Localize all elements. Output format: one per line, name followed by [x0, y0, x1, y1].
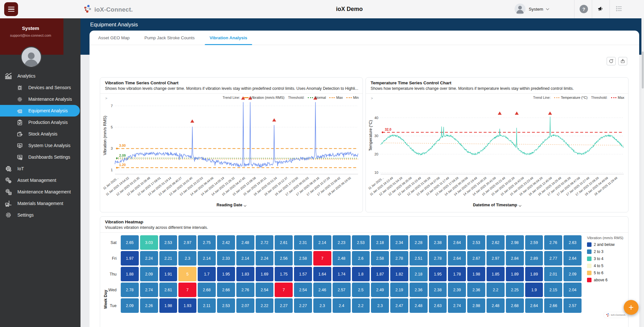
heatmap-legend-item-5-to-6[interactable]: 5 to 6	[587, 271, 632, 275]
help-button[interactable]: ?	[579, 5, 588, 14]
heatmap-cell[interactable]: 7	[313, 251, 331, 266]
heatmap-cell[interactable]: 2.64	[448, 251, 466, 266]
heatmap-cell[interactable]: 2.48	[410, 298, 428, 313]
heatmap-cell[interactable]: 2.63	[429, 298, 447, 313]
heatmap-cell[interactable]: 2.54	[256, 283, 274, 297]
scrollbar[interactable]	[641, 18, 644, 327]
heatmap-cell[interactable]: 2.26	[140, 298, 158, 313]
sidebar-item-stock-analysis[interactable]: Stock Analysis	[0, 128, 80, 140]
tab-vibration-analysis[interactable]: Vibration Analysis	[202, 31, 255, 45]
heatmap-cell[interactable]: 3.03	[140, 235, 158, 250]
heatmap-cell[interactable]: 2.24	[256, 251, 274, 266]
heatmap-cell[interactable]: 2.59	[525, 235, 543, 250]
heatmap-cell[interactable]: 2.34	[390, 235, 408, 250]
export-button[interactable]	[618, 57, 627, 65]
heatmap-cell[interactable]: 1.89	[525, 267, 543, 281]
heatmap-cell[interactable]: 1.75	[275, 267, 293, 281]
sidebar-item-dashboards-settings[interactable]: Dashboards Settings	[0, 151, 80, 163]
heatmap-cell[interactable]: 2.61	[275, 235, 293, 250]
heatmap-cell[interactable]: 2.15	[544, 283, 562, 297]
heatmap-cell[interactable]: 1.88	[121, 267, 139, 281]
heatmap-cell[interactable]: 2.76	[236, 283, 254, 297]
heatmap-cell[interactable]: 2.27	[275, 298, 293, 313]
heatmap-cell[interactable]: 2.97	[487, 251, 505, 266]
heatmap-cell[interactable]: 2.14	[236, 251, 254, 266]
heatmap-cell[interactable]: 2.84	[506, 251, 524, 266]
user-menu[interactable]: System	[515, 4, 549, 14]
heatmap-cell[interactable]: 2.46	[313, 283, 331, 297]
sidebar-item-equipment-analysis[interactable]: Equipment Analysis	[0, 105, 80, 117]
heatmap-legend-item-2-to-3[interactable]: 2 to 3	[587, 249, 632, 254]
heatmap-cell[interactable]: 1.95	[217, 267, 235, 281]
legend-item-max[interactable]: Max	[329, 96, 343, 99]
heatmap-cell[interactable]: 2.6	[352, 251, 370, 266]
heatmap-cell[interactable]: 1.89	[506, 267, 524, 281]
heatmap-cell[interactable]: 2.62	[487, 235, 505, 250]
sidebar-item-asset-management[interactable]: Asset Management	[0, 174, 80, 186]
legend-item-vibration-mm-s-rms-[interactable]: Vibration (mm/s RMS)	[243, 96, 284, 99]
heatmap-cell[interactable]: 1.74	[333, 267, 351, 281]
heatmap-cell[interactable]: 2.78	[429, 251, 447, 266]
heatmap-cell[interactable]: 2.07	[236, 298, 254, 313]
heatmap-cell[interactable]: 2.78	[390, 251, 408, 266]
sidebar-item-analytics[interactable]: Analytics	[0, 70, 80, 82]
heatmap-cell[interactable]: 2.09	[564, 267, 582, 281]
heatmap-cell[interactable]: 2.09	[140, 267, 158, 281]
heatmap-cell[interactable]: 2.98	[506, 235, 524, 250]
heatmap-legend-item-above-6[interactable]: above 6	[587, 278, 632, 282]
heatmap-cell[interactable]: 2.64	[525, 298, 543, 313]
heatmap-cell[interactable]: 2.36	[467, 283, 485, 297]
add-button[interactable]: +	[624, 300, 639, 315]
heatmap-cell[interactable]: 2.19	[390, 283, 408, 297]
heatmap-cell[interactable]: 2.74	[448, 298, 466, 313]
sidebar-item-iot[interactable]: IoT	[0, 163, 80, 174]
heatmap-cell[interactable]: 1.87	[371, 267, 389, 281]
heatmap-cell[interactable]: 7	[275, 283, 293, 297]
heatmap-cell[interactable]: 2.24	[140, 251, 158, 266]
heatmap-cell[interactable]: 2.36	[410, 283, 428, 297]
heatmap-cell[interactable]: 1.85	[487, 267, 505, 281]
heatmap-cell[interactable]: 1.9	[525, 283, 543, 297]
heatmap-cell[interactable]: 2.18	[410, 267, 428, 281]
heatmap-cell[interactable]: 2.38	[429, 283, 447, 297]
heatmap-cell[interactable]: 2.68	[198, 283, 216, 297]
heatmap-legend-item-3-to-4[interactable]: 3 to 4	[587, 257, 632, 261]
heatmap-cell[interactable]: 2.11	[198, 298, 216, 313]
heatmap-cell[interactable]: 1.98	[467, 267, 485, 281]
iox-connect-watermark[interactable]: ioX-Connect.	[604, 312, 628, 318]
heatmap-cell[interactable]: 2.3	[313, 298, 331, 313]
heatmap-cell[interactable]: 2.21	[159, 251, 177, 266]
heatmap-cell[interactable]: 2.2	[487, 283, 505, 297]
heatmap-cell[interactable]: 2.22	[256, 298, 274, 313]
heatmap-cell[interactable]: 2.5	[352, 283, 370, 297]
heatmap-cell[interactable]: 1.97	[121, 251, 139, 266]
heatmap-cell[interactable]: 2.25	[506, 283, 524, 297]
heatmap-cell[interactable]: 2.49	[371, 283, 389, 297]
heatmap-cell[interactable]: 2.57	[564, 298, 582, 313]
heatmap-cell[interactable]: 2.75	[198, 235, 216, 250]
legend-item-temperature-c-[interactable]: Temperature (°C)	[554, 96, 588, 99]
heatmap-cell[interactable]: 2.54	[294, 283, 312, 297]
heatmap-cell[interactable]: 2.47	[390, 298, 408, 313]
sidebar-item-system-use-analysis[interactable]: System Use Analysis	[0, 140, 80, 151]
heatmap-cell[interactable]: 2.53	[467, 235, 485, 250]
heatmap-cell[interactable]: 1.98	[159, 298, 177, 313]
heatmap-cell[interactable]: 7	[178, 283, 196, 297]
heatmap-cell[interactable]: 2.74	[140, 283, 158, 297]
heatmap-cell[interactable]: 2.48	[333, 251, 351, 266]
heatmap-cell[interactable]: 1.57	[294, 267, 312, 281]
scrollbar-thumb[interactable]	[642, 51, 644, 89]
heatmap-cell[interactable]: 2.01	[544, 267, 562, 281]
legend-item-min[interactable]: Min	[346, 96, 359, 99]
sidebar-item-maintenance-management[interactable]: Maintenance Management	[0, 186, 80, 198]
heatmap-cell[interactable]: 2.38	[429, 235, 447, 250]
heatmap-cell[interactable]: 2.68	[506, 298, 524, 313]
sidebar-item-maintenance-analysis[interactable]: Maintenance Analysis	[0, 93, 80, 105]
x-axis-title[interactable]: Reading Date	[100, 203, 363, 207]
sidebar-item-devices-and-sensors[interactable]: Devices and Sensors	[0, 82, 80, 93]
heatmap-cell[interactable]: 2.56	[275, 251, 293, 266]
heatmap-cell[interactable]: 2.57	[333, 283, 351, 297]
heatmap-cell[interactable]: 2.3	[178, 251, 196, 266]
heatmap-cell[interactable]: 2.76	[544, 235, 562, 250]
heatmap-cell[interactable]: 2.67	[467, 251, 485, 266]
